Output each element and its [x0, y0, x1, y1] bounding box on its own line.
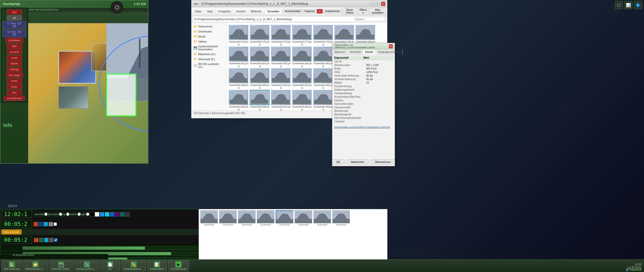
ss-item[interactable]: Screenshot	[313, 210, 331, 258]
screenshot-item[interactable]: Screenshot (99).png	[313, 90, 333, 111]
dns-button[interactable]: dns	[7, 90, 22, 95]
rename-button[interactable]: rename	[7, 49, 22, 54]
swatch-red-orange[interactable]	[33, 222, 38, 226]
timer-button[interactable]: timer	[7, 84, 22, 89]
take-a-break-button[interactable]: take a break	[1, 229, 22, 234]
sidebar-item-videos[interactable]: 📁 Videos	[191, 39, 226, 44]
swatch-teal[interactable]	[120, 212, 125, 217]
taskbar-item-photo[interactable]: 📷 13553488_4039988...	[49, 260, 73, 271]
btn-loeschen[interactable]: ✕	[317, 9, 323, 13]
address-bar[interactable]: E:\Programmierung\Sourcecodes C#\YourSta…	[192, 16, 386, 22]
btn-ausschneiden[interactable]: Ausschneiden	[283, 9, 302, 13]
d-drive-button[interactable]: D:\ free: 282 GB	[3, 29, 26, 37]
check-1[interactable]	[54, 222, 57, 226]
taskbar-item-schreibwettbewerb[interactable]: ✏️ Schreibwettbewerb...	[121, 260, 146, 271]
scetchboard-button[interactable]: scetchboard	[4, 96, 25, 101]
swatch-darkblue[interactable]	[110, 212, 114, 217]
sidebar-item-bibliothek[interactable]: 📁 Bibliothek (D:)	[191, 52, 226, 57]
sidebar-item-system[interactable]: 💾 Systemlaufwerk freizuhalten	[191, 44, 226, 52]
abbrechen-button[interactable]: Abbrechen	[347, 159, 369, 164]
ss-item[interactable]: Screenshot	[294, 210, 312, 258]
notes-button[interactable]: notes	[7, 78, 22, 83]
sidebar-item-bd[interactable]: 💿 BD-RE-Laufwerk (G:)	[191, 62, 226, 69]
screenshot-item[interactable]: Screenshot (90).png	[271, 68, 291, 89]
screenshot-item[interactable]: Screenshot (78).png	[313, 25, 333, 46]
btn-kopieren[interactable]: Kopieren	[303, 9, 316, 13]
corner-icon-3[interactable]: 🔷	[634, 1, 642, 9]
remove-properties-link[interactable]: Eigenschaften und persönliche Informatio…	[334, 126, 390, 128]
taskbar-item-skgtec[interactable]: 🔧 SKGtec_NARF-s_v00...	[74, 260, 99, 271]
dialog-close-btn[interactable]: ✕	[389, 44, 393, 48]
c-drive-button[interactable]: C:\ free: 133 GB	[3, 21, 26, 29]
taskbar-item-referenz[interactable]: 📁 Referenzraum_NA...	[23, 260, 48, 271]
tab-verwalten[interactable]: Verwalten	[264, 9, 282, 14]
explorer-minimize-btn[interactable]: ─	[370, 2, 374, 6]
swatch-red-2[interactable]	[34, 238, 38, 242]
search-input[interactable]	[354, 17, 384, 21]
sidebar-item-dokumente[interactable]: 📁 Dokumente	[191, 24, 226, 29]
top-radio[interactable]	[66, 213, 69, 216]
add-button[interactable]: add	[7, 44, 22, 49]
check-2[interactable]	[54, 238, 57, 242]
screenshot-item[interactable]: Screenshot (75).png	[250, 25, 270, 46]
ss-item[interactable]: Screenshot	[238, 210, 256, 258]
corner-icon-1[interactable]: ⬡	[615, 1, 623, 9]
screenshot-item[interactable]: Screenshot (89).png	[250, 68, 270, 89]
screenshot-item[interactable]: Screenshot (77).png	[292, 25, 312, 46]
canvas-area[interactable]	[28, 23, 148, 163]
swatch-purple[interactable]	[115, 212, 119, 217]
tab-details[interactable]: Details	[363, 50, 376, 55]
uebernehmen-button[interactable]: Übernehmen	[371, 159, 395, 164]
delete-button[interactable]: delete	[7, 61, 22, 66]
taskbar-item-rpf[interactable]: 🐍 RPF-Snake.exe	[2, 260, 22, 271]
ok-button[interactable]: OK	[332, 159, 345, 164]
screenshot-item[interactable]: Screenshot (84).png	[292, 47, 312, 67]
tab-freigeben[interactable]: Freigeben	[216, 9, 233, 14]
screenshot-item[interactable]: Screenshot (95).png	[229, 90, 249, 111]
screenshot-item[interactable]: Screenshot (80).png	[355, 25, 376, 46]
shutdown-button[interactable]: shutdown	[6, 38, 23, 43]
screenshot-item[interactable]: Screenshot (91).png	[292, 68, 312, 89]
screenshot-item[interactable]: Screenshot (79).png	[334, 25, 354, 46]
right-radio[interactable]	[86, 213, 89, 216]
btn-neuer-ordner[interactable]: Neuer Ordner	[342, 8, 357, 15]
screenshot-item[interactable]: Screenshot (97).png	[271, 90, 291, 111]
tab-allgemein[interactable]: Allgemein	[332, 50, 348, 55]
tab-bildtools[interactable]: Bildtools	[249, 9, 264, 14]
tab-datei[interactable]: Datei	[192, 9, 204, 14]
screenshot-item[interactable]: Screenshot (88).png	[229, 68, 249, 89]
swatch-white[interactable]	[95, 212, 99, 217]
swatch-cyan[interactable]	[105, 212, 109, 217]
screenshot-item[interactable]: Screenshot (96).png	[250, 90, 270, 111]
corner-icon-2[interactable]: 📊	[624, 1, 632, 9]
ss-item[interactable]: Screenshot	[200, 210, 218, 258]
taskbar-item-schriftstellerei[interactable]: 📝 Schriftstellerei	[147, 260, 167, 271]
screenshot-item[interactable]: Screenshot (81).png	[229, 47, 249, 67]
swatch-lightblue[interactable]	[44, 222, 48, 226]
reset-button[interactable]: reset	[7, 55, 22, 60]
ss-item[interactable]: Screenshot	[275, 210, 294, 258]
screenshot-item[interactable]: Screenshot (76).png	[271, 25, 291, 46]
all-button[interactable]: all	[7, 15, 22, 20]
two-colors-radio[interactable]	[59, 213, 62, 216]
one-color-radio[interactable]	[44, 213, 48, 216]
recycle-bin-icon[interactable]: 🗑️ Papierkorb	[626, 268, 641, 271]
explorer-close-btn[interactable]: ✕	[381, 2, 385, 6]
tab-start[interactable]: Start	[205, 9, 215, 14]
sidebar-item-downloads[interactable]: 📁 Downloads	[191, 29, 226, 34]
ss-item[interactable]: Screenshot	[219, 210, 237, 258]
swatch-gray[interactable]	[49, 222, 53, 226]
swatch-blue[interactable]	[100, 212, 104, 217]
ss-item[interactable]: Screenshot	[332, 210, 350, 258]
quit-button[interactable]: quit	[7, 10, 22, 15]
swatch-black[interactable]	[90, 212, 94, 217]
tab-vorgaengerversionen[interactable]: Vorgängerversionen	[376, 50, 403, 55]
ss-item[interactable]: Screenshot	[257, 210, 275, 258]
taskbar-item-neu[interactable]: 📄 neu	[100, 260, 120, 271]
swatch-darkgray[interactable]	[125, 212, 130, 217]
tab-sicherheit[interactable]: Sicherheit	[348, 50, 363, 55]
btn-alles-auswaehlen[interactable]: Alles auswählen	[369, 8, 386, 15]
screenshot-item[interactable]: Screenshot (92).png	[313, 68, 333, 89]
screenshot-item[interactable]: Screenshot (85).png	[313, 47, 333, 67]
screenshot-item[interactable]: Screenshot (98).png	[292, 90, 312, 111]
